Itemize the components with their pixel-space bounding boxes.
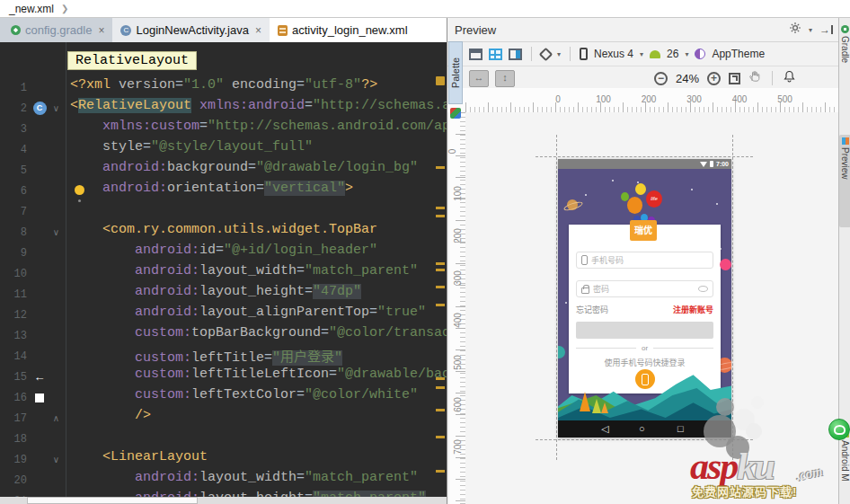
tree-icon bbox=[580, 392, 590, 411]
device-selector[interactable]: Nexus 4 bbox=[594, 48, 633, 60]
hide-panel-icon[interactable]: → bbox=[819, 25, 833, 34]
code-line[interactable]: /> bbox=[67, 408, 447, 429]
fold-down-icon[interactable]: ∨ bbox=[49, 227, 63, 237]
zoom-in-button[interactable]: + bbox=[707, 72, 721, 85]
chevron-down-icon[interactable]: ▾ bbox=[640, 50, 643, 58]
code-line[interactable]: custom:leftTextColor="@color/white" bbox=[67, 387, 447, 408]
code-area[interactable]: <?xml version="1.0" encoding="utf-8"?><R… bbox=[67, 42, 447, 497]
code-line[interactable] bbox=[67, 429, 447, 449]
code-line[interactable]: android:layout_height="47dp" bbox=[67, 284, 447, 305]
code-line[interactable]: android:orientation="vertical"> bbox=[67, 181, 447, 201]
ruler-label: 200 bbox=[642, 94, 657, 104]
chat-service-badge[interactable] bbox=[828, 419, 850, 440]
lint-mark bbox=[436, 470, 445, 473]
palette-icon[interactable] bbox=[450, 108, 461, 119]
blueprint-mode-icon[interactable] bbox=[489, 49, 502, 60]
vertical-ruler: 0100200300400500600700 bbox=[449, 112, 465, 504]
tab-config-gradle[interactable]: config.gradle × bbox=[3, 18, 112, 42]
zoom-out-button[interactable]: − bbox=[654, 72, 668, 85]
preview-title: Preview bbox=[455, 23, 496, 37]
nav-home-icon[interactable]: ○ bbox=[639, 420, 645, 438]
code-line[interactable]: <LinearLayout bbox=[67, 449, 447, 470]
class-gutter-icon[interactable]: C bbox=[33, 102, 47, 115]
code-line[interactable]: android:layout_alignParentTop="true" bbox=[67, 305, 447, 325]
ruler-label: 100 bbox=[453, 186, 463, 201]
code-line[interactable]: <RelativeLayout xmlns:android="http://sc… bbox=[67, 98, 447, 119]
selection-guide bbox=[536, 439, 753, 440]
intention-bulb-icon[interactable] bbox=[75, 185, 84, 195]
theme-selector[interactable]: AppTheme bbox=[712, 48, 765, 60]
selection-guide bbox=[732, 135, 733, 460]
status-time: 7:00 bbox=[716, 161, 729, 167]
chevron-down-icon[interactable]: ▾ bbox=[809, 26, 812, 34]
tool-tab-preview[interactable]: Preview bbox=[839, 135, 850, 227]
device-preview[interactable]: 7:00 life 瑞优 bbox=[558, 159, 731, 438]
preview-phone-input[interactable]: 手机号码 bbox=[576, 252, 713, 269]
fold-up-icon[interactable]: ∧ bbox=[49, 413, 63, 423]
ruler-label: 200 bbox=[453, 228, 463, 243]
login-button-disabled[interactable] bbox=[576, 322, 713, 339]
preview-password-input[interactable]: 密码 bbox=[576, 280, 713, 297]
code-line[interactable]: android:background="@drawable/login_bg" bbox=[67, 160, 447, 181]
device-statusbar: 7:00 bbox=[558, 159, 731, 169]
inspection-indicator[interactable] bbox=[436, 76, 445, 85]
theme-icon bbox=[695, 49, 705, 59]
zoom-fit-icon[interactable] bbox=[729, 73, 740, 84]
design-mode-icon[interactable] bbox=[469, 49, 483, 60]
code-line[interactable]: <com.ry.common.utils.widget.TopBar bbox=[67, 222, 447, 243]
login-screen[interactable]: life 瑞优 手机号码 密码 bbox=[558, 169, 731, 420]
fold-down-icon[interactable]: ∨ bbox=[49, 455, 63, 464]
gear-icon[interactable] bbox=[789, 22, 801, 38]
palette-tab[interactable]: Palette bbox=[448, 41, 463, 104]
gutter-row: 7 bbox=[0, 201, 66, 222]
code-line[interactable]: android:id="@+id/login_header" bbox=[67, 243, 447, 263]
code-line[interactable] bbox=[67, 201, 447, 222]
show-password-eye-icon[interactable] bbox=[698, 286, 708, 292]
code-line[interactable]: android:layout_height="match_parent" bbox=[67, 491, 447, 497]
nav-back-icon[interactable]: ◁ bbox=[601, 420, 608, 438]
line-number: 18 bbox=[0, 433, 27, 446]
code-line[interactable]: custom:leftTitleLeftIcon="@drawable/back… bbox=[67, 367, 447, 387]
gutter-row: 11 bbox=[0, 284, 66, 305]
breadcrumb-file[interactable]: _new.xml bbox=[9, 3, 54, 15]
code-line[interactable]: xmlns:custom="http://schemas.android.com… bbox=[67, 119, 447, 139]
code-editor[interactable]: 12C∨345678∨9101112131415←1617∧1819∨2021 … bbox=[0, 42, 447, 497]
preview-tab-icon bbox=[842, 137, 849, 145]
pan-hand-icon[interactable] bbox=[748, 70, 761, 86]
tool-tab-gradle[interactable]: Gradle bbox=[839, 22, 850, 104]
code-line[interactable]: android:layout_width="match_parent" bbox=[67, 263, 447, 284]
editor-hscrollbar[interactable] bbox=[0, 497, 447, 504]
close-icon[interactable]: × bbox=[98, 24, 104, 37]
code-line[interactable]: custom:leftTitle="用户登录" bbox=[67, 346, 447, 367]
ruler-label: 700 bbox=[453, 439, 463, 455]
notifications-bell-icon[interactable] bbox=[784, 70, 795, 86]
gutter-row: 9 bbox=[0, 243, 66, 263]
code-line[interactable]: style="@style/layout_full" bbox=[67, 139, 447, 160]
api-selector[interactable]: 26 bbox=[667, 48, 678, 60]
fold-down-icon[interactable]: ∨ bbox=[49, 103, 63, 113]
code-line[interactable]: <?xml version="1.0" encoding="utf-8"?> bbox=[67, 77, 447, 98]
line-number: 1 bbox=[0, 82, 27, 94]
chevron-down-icon[interactable]: ▾ bbox=[685, 50, 688, 58]
tool-tab-label: Preview bbox=[840, 147, 850, 180]
ruler-label: 0 bbox=[555, 94, 561, 104]
chevron-down-icon[interactable]: ▾ bbox=[557, 50, 561, 58]
tab-activity-login-xml[interactable]: activity_login_new.xml bbox=[270, 18, 447, 42]
resize-width-button[interactable]: ↔ bbox=[469, 70, 489, 87]
tab-login-activity[interactable]: C LoginNewActivity.java × bbox=[112, 18, 270, 42]
tool-tab-label: Android M bbox=[840, 440, 850, 482]
lint-mark bbox=[436, 386, 445, 389]
close-icon[interactable]: × bbox=[255, 24, 261, 37]
code-line[interactable]: android:layout_width="match_parent" bbox=[67, 470, 447, 491]
register-link[interactable]: 注册新账号 bbox=[673, 304, 713, 315]
color-preview-icon[interactable] bbox=[35, 393, 44, 402]
resize-height-button[interactable]: ↕ bbox=[495, 70, 515, 87]
code-line[interactable]: custom:topBarBackground="@color/transact… bbox=[67, 325, 447, 346]
drawable-preview-icon[interactable]: ← bbox=[34, 370, 46, 384]
forgot-password-link[interactable]: 忘记密码 bbox=[576, 304, 608, 315]
both-modes-icon[interactable] bbox=[509, 49, 522, 60]
orientation-icon[interactable] bbox=[539, 47, 553, 61]
design-canvas[interactable]: 0100200300400500 0100200300400500600700 … bbox=[447, 88, 838, 504]
hscrollbar-thumb[interactable] bbox=[27, 497, 198, 504]
nav-recents-icon[interactable]: □ bbox=[677, 420, 684, 438]
